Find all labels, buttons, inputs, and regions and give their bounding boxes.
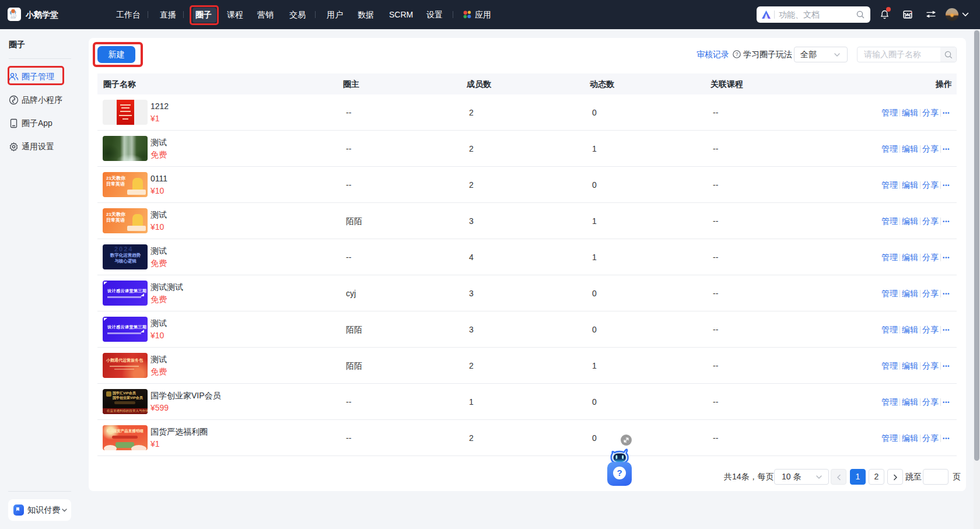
svg-text:?: ? (736, 51, 738, 57)
